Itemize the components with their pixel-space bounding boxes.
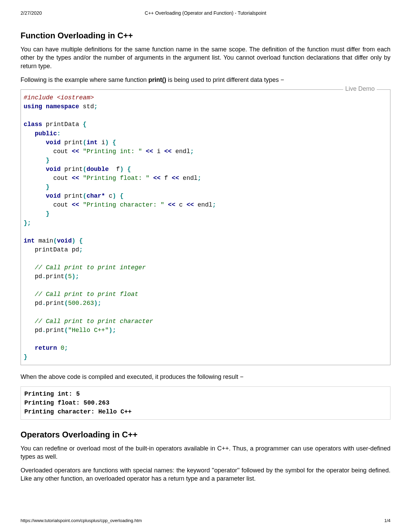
intro-paragraph-1: You can have multiple definitions for th… — [21, 45, 390, 70]
live-demo-label[interactable]: Live Demo — [343, 85, 377, 92]
para2-part-a: Following is the example where same func… — [21, 76, 148, 83]
result-paragraph: When the above code is compiled and exec… — [21, 373, 390, 381]
para2-part-b: is being used to print different data ty… — [166, 76, 284, 83]
para2-bold: print() — [148, 76, 166, 83]
operators-paragraph-1: You can redefine or overload most of the… — [21, 444, 390, 461]
code-line: #include <iostream> — [24, 94, 94, 101]
print-header-title: C++ Overloading (Operator and Function) … — [0, 10, 411, 16]
output-line: Printing character: Hello C++ — [24, 408, 132, 415]
code-block-wrapper: Live Demo #include <iostream> using name… — [21, 89, 390, 365]
code-block-1: #include <iostream> using namespace std;… — [21, 89, 390, 365]
footer-page-number: 1/4 — [384, 518, 390, 523]
footer-url: https://www.tutorialspoint.com/cplusplus… — [21, 518, 142, 523]
output-line: Printing int: 5 — [24, 391, 80, 397]
section-heading-operator-overloading: Operators Overloading in C++ — [21, 430, 390, 440]
operators-paragraph-2: Overloaded operators are functions with … — [21, 466, 390, 483]
output-line: Printing float: 500.263 — [24, 399, 109, 406]
intro-paragraph-2: Following is the example where same func… — [21, 76, 390, 84]
output-block-1: Printing int: 5 Printing float: 500.263 … — [21, 386, 390, 419]
section-heading-function-overloading: Function Overloading in C++ — [21, 31, 390, 40]
